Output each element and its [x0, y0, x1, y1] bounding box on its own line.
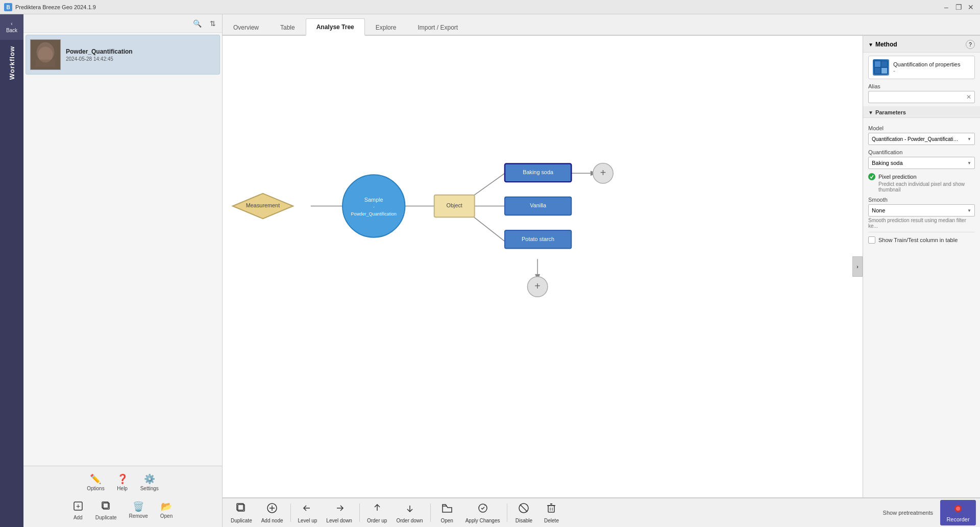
tab-explore[interactable]: Explore [365, 18, 407, 36]
settings-button[interactable]: ⚙️ Settings [136, 471, 163, 493]
project-thumbnail [30, 39, 61, 70]
show-train-test-label: Show Train/Test column in table [878, 237, 958, 243]
svg-rect-12 [881, 61, 887, 67]
tab-table[interactable]: Table [270, 18, 306, 36]
duplicate-toolbar-icon [236, 502, 247, 516]
divider [868, 232, 975, 232]
project-item[interactable]: Powder_Quantification 2024-05-28 14:42:4… [26, 35, 220, 75]
separator3 [430, 504, 431, 522]
trash-toolbar-icon [546, 502, 557, 516]
help-icon: ❓ [117, 473, 128, 485]
method-section-label: Method [875, 41, 897, 48]
svg-line-26 [520, 505, 527, 512]
sample-label-line3: Powder_Quantification [351, 211, 397, 217]
quantification-select[interactable]: Baking soda ▼ [868, 157, 975, 169]
content-area: Overview Table Analyse Tree Explore Impo… [223, 14, 980, 527]
svg-text:B: B [6, 5, 10, 10]
order-up-button[interactable]: Order up [363, 500, 391, 525]
title-bar-controls: – ❐ ✕ [941, 2, 976, 12]
open-sidebar-button[interactable]: 📂 Open [156, 499, 177, 522]
smooth-select[interactable]: None ▼ [868, 204, 975, 217]
remove-button[interactable]: 🗑️ Remove [125, 499, 152, 522]
help-circle-icon: ? [969, 42, 972, 47]
pixel-prediction-row: Pixel prediction [868, 173, 975, 180]
disable-icon [518, 502, 529, 516]
tab-analyse-tree[interactable]: Analyse Tree [306, 18, 365, 36]
pixel-prediction-checkbox[interactable] [868, 173, 875, 180]
svg-point-33 [956, 507, 960, 511]
disable-label: Disable [516, 518, 532, 523]
sidebar-toolbar: 🔍 ⇅ [23, 14, 222, 33]
pixel-prediction-label: Pixel prediction [878, 174, 917, 180]
method-content: Quantification of properties - Alias ✕ [863, 53, 980, 106]
add-node-button[interactable]: Add node [257, 500, 287, 525]
model-value: Quantification - Powder_Quantificatio... [872, 136, 959, 142]
help-button[interactable]: ❓ Help [113, 471, 132, 493]
right-panel: ▼ Method ? [863, 36, 980, 497]
alias-clear-button[interactable]: ✕ [966, 93, 971, 101]
show-train-test-row: Show Train/Test column in table [868, 236, 975, 244]
add-button[interactable]: + Add [69, 499, 87, 522]
restore-button[interactable]: ❐ [953, 2, 964, 12]
disable-button[interactable]: Disable [510, 500, 537, 525]
edge-object-potato [470, 213, 505, 241]
duplicate-icon [101, 501, 111, 514]
workflow-label: Workflow [8, 46, 16, 80]
level-up-button[interactable]: Level up [294, 500, 322, 525]
search-icon: 🔍 [193, 19, 202, 28]
order-up-icon [372, 502, 383, 516]
title-bar: B Prediktera Breeze Geo 2024.1.9 – ❐ ✕ [0, 0, 980, 14]
tab-import-export[interactable]: Import / Export [407, 18, 469, 36]
minimize-button[interactable]: – [941, 2, 951, 12]
recorder-button[interactable]: Recorder [940, 500, 976, 525]
tab-bar: Overview Table Analyse Tree Explore Impo… [223, 14, 980, 36]
search-button[interactable]: 🔍 [191, 18, 204, 29]
parameters-content: Model Quantification - Powder_Quantifica… [863, 118, 980, 247]
back-button[interactable]: ‹ Back [0, 14, 23, 40]
tree-svg: Measurement Sample - Powder_Quantificati… [223, 36, 863, 497]
alias-input[interactable]: ✕ [868, 91, 975, 103]
delete-button[interactable]: Delete [538, 500, 565, 525]
sort-button[interactable]: ⇅ [208, 18, 218, 29]
vanilla-label: Vanilla [530, 202, 547, 208]
object-label: Object [447, 202, 462, 208]
duplicate-toolbar-button[interactable]: Duplicate [227, 500, 256, 525]
project-list: Powder_Quantification 2024-05-28 14:42:4… [23, 33, 222, 466]
model-select[interactable]: Quantification - Powder_Quantificatio...… [868, 133, 975, 145]
sort-icon: ⇅ [210, 19, 216, 28]
open-toolbar-button[interactable]: Open [434, 500, 460, 525]
alias-label: Alias [868, 83, 975, 89]
show-train-test-checkbox[interactable] [868, 236, 875, 244]
measurement-label: Measurement [246, 202, 280, 208]
right-panel-collapse-toggle[interactable]: › [852, 256, 863, 277]
recorder-label: Recorder [946, 516, 969, 522]
chevron-left-icon: ‹ [11, 21, 12, 27]
method-help-button[interactable]: ? [966, 40, 975, 49]
app-icon: B [4, 3, 12, 11]
order-down-button[interactable]: Order down [392, 500, 427, 525]
method-dash: - [893, 67, 960, 74]
workflow-sidebar: ‹ Back Workflow [0, 14, 23, 527]
model-arrow-icon: ▼ [967, 137, 971, 141]
svg-rect-11 [875, 61, 880, 67]
plus-potato-icon: + [534, 280, 541, 292]
order-down-icon [404, 502, 415, 516]
apply-changes-button[interactable]: Apply Changes [461, 500, 504, 525]
quantification-value: Baking soda [872, 160, 903, 166]
open-toolbar-label: Open [440, 518, 453, 523]
tree-canvas[interactable]: Measurement Sample - Powder_Quantificati… [223, 36, 863, 497]
folder-open-toolbar-icon [442, 502, 453, 516]
duplicate-sidebar-button[interactable]: Duplicate [91, 499, 121, 522]
options-button[interactable]: ✏️ Options [83, 471, 108, 493]
level-down-button[interactable]: Level down [322, 500, 356, 525]
gear-icon: ⚙️ [144, 473, 155, 485]
close-button[interactable]: ✕ [966, 2, 976, 12]
svg-rect-27 [548, 506, 554, 512]
sidebar-panel: 🔍 ⇅ Powder_Quantification 2024- [23, 14, 223, 527]
sidebar-bottom-tools: ✏️ Options ❓ Help ⚙️ Settings + Add [23, 466, 222, 527]
show-pretreatments-button[interactable]: Show pretreatments [877, 508, 939, 518]
level-down-icon [334, 502, 345, 516]
svg-rect-5 [36, 60, 56, 67]
tab-overview[interactable]: Overview [223, 18, 270, 36]
method-box: Quantification of properties - [868, 56, 975, 79]
